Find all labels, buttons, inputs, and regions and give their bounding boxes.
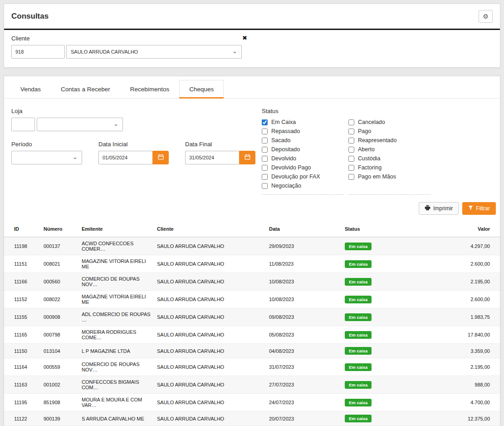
filters-section: Loja ⌄ Período ⌄ — [4, 99, 500, 195]
checkbox-pago-em-maos[interactable] — [348, 174, 354, 180]
status-checkbox-label: Negociação — [271, 183, 301, 189]
data-inicial-input[interactable] — [98, 151, 152, 164]
cell-emitente: MOREIRA RODRIGUES COME… — [80, 326, 155, 344]
cell-emitente: S ARRUDA CARVALHO ME — [80, 411, 155, 426]
status-checkbox-label: Aberto — [358, 146, 375, 153]
checkbox-negociacao[interactable] — [262, 183, 268, 189]
table-row[interactable]: 11163001002CONFECCOES BIGMAIS COM…SAULO … — [4, 376, 500, 394]
status-checkbox-devolucao-por-fax[interactable]: Devolução por FAX — [262, 172, 344, 181]
cell-status: Em caixa — [343, 255, 411, 273]
tab-recebimentos[interactable]: Recebimentos — [120, 80, 179, 99]
status-checkbox-pago[interactable]: Pago — [348, 127, 431, 136]
table-row[interactable]: 11150013104L P MAGAZINE LTDASAULO ARRUDA… — [4, 344, 500, 358]
cell-status: Em caixa — [343, 394, 411, 411]
checkbox-aberto[interactable] — [348, 147, 354, 153]
checkbox-devolucao-por-fax[interactable] — [262, 174, 268, 180]
tab-cheques[interactable]: Cheques — [179, 80, 224, 99]
client-select[interactable]: SAULO ARRUDA CARVALHO ⌄ — [66, 45, 242, 59]
cell-data: 05/08/2023 — [267, 326, 343, 344]
status-checkbox-custodia[interactable]: Custódia — [348, 154, 431, 163]
checkbox-reapresentado[interactable] — [348, 138, 354, 144]
table-row[interactable]: 11164000559COMERCIO DE ROUPAS NOV…SAULO … — [4, 358, 500, 376]
status-checkbox-label: Reapresentado — [358, 137, 396, 144]
client-code-input[interactable] — [11, 45, 65, 59]
filter-icon — [468, 205, 473, 212]
periodo-group: Período ⌄ — [11, 141, 82, 164]
cell-data: 04/08/2023 — [267, 344, 343, 358]
checkbox-em-caixa[interactable] — [262, 119, 268, 125]
loja-code-input[interactable] — [11, 118, 35, 131]
cell-data: 20/07/2023 — [267, 411, 343, 426]
status-col-2: CanceladoPagoReapresentadoAbertoCustódia… — [348, 118, 431, 195]
cell-emitente: MOURA E MOURA E COM VAR… — [80, 394, 155, 411]
consultas-panel: Consultas ⚙ Cliente ✖ SAULO ARRUDA CARVA… — [4, 4, 500, 68]
cell-numero: 000908 — [42, 308, 80, 326]
status-badge: Em caixa — [345, 331, 372, 339]
checkbox-factoring[interactable] — [348, 165, 354, 171]
cell-cliente: SAULO ARRUDA CARVALHO — [155, 237, 267, 255]
table-row[interactable]: 11195851908MOURA E MOURA E COM VAR…SAULO… — [4, 394, 500, 411]
cell-status: Em caixa — [343, 237, 411, 255]
table-row[interactable]: 11165000798MOREIRA RODRIGUES COME…SAULO … — [4, 326, 500, 344]
data-inicial-group: Data Inicial — [98, 141, 169, 164]
checkbox-custodia[interactable] — [348, 156, 354, 162]
checkbox-devolvido-pago[interactable] — [262, 165, 268, 171]
checkbox-pago[interactable] — [348, 129, 354, 134]
data-final-calendar-button[interactable] — [239, 151, 255, 164]
cell-numero: 000559 — [42, 358, 80, 376]
status-checkbox-em-caixa[interactable]: Em Caixa — [262, 118, 344, 127]
status-checkbox-devolvido[interactable]: Devolvido — [262, 154, 344, 163]
status-checkbox-negociacao[interactable]: Negociação — [262, 181, 344, 190]
status-checkbox-label: Sacado — [271, 137, 290, 144]
table-row[interactable]: 11155000908ADL COMERCIO DE ROUPAS …SAULO… — [4, 308, 500, 326]
table-row[interactable]: 11122900139S ARRUDA CARVALHO MESAULO ARR… — [4, 411, 500, 426]
data-final-input[interactable] — [185, 151, 239, 164]
cell-numero: 000137 — [42, 237, 80, 255]
status-checkbox-factoring[interactable]: Factoring — [348, 163, 431, 172]
checkbox-sacado[interactable] — [262, 138, 268, 144]
table-row[interactable]: 11151008021MAGAZINE VITORIA EIRELI MESAU… — [4, 255, 500, 273]
cell-id: 11155 — [4, 308, 42, 326]
status-badge: Em caixa — [345, 278, 372, 286]
cell-status: Em caixa — [343, 411, 411, 426]
loja-group: Loja ⌄ — [11, 108, 262, 131]
cell-status: Em caixa — [343, 358, 411, 376]
status-checkbox-pago-em-maos[interactable]: Pago em Mãos — [348, 172, 431, 181]
cell-cliente: SAULO ARRUDA CARVALHO — [155, 326, 267, 344]
periodo-select[interactable]: ⌄ — [11, 151, 82, 164]
settings-button[interactable]: ⚙ — [479, 10, 493, 23]
cell-cliente: SAULO ARRUDA CARVALHO — [155, 358, 267, 376]
status-badge: Em caixa — [345, 243, 372, 250]
cell-data: 10/08/2023 — [267, 273, 343, 291]
status-checkbox-aberto[interactable]: Aberto — [348, 145, 431, 154]
status-checkbox-cancelado[interactable]: Cancelado — [348, 118, 431, 127]
column-header-cliente: Cliente — [155, 222, 267, 237]
status-checkbox-reapresentado[interactable]: Reapresentado — [348, 136, 431, 145]
checkbox-repassado[interactable] — [262, 129, 268, 134]
cell-numero: 900139 — [42, 411, 80, 426]
results-tbody: 11198000137ACWD CONFECCOES COMER…SAULO A… — [4, 237, 500, 426]
table-row[interactable]: 11152008022MAGAZINE VITORIA EIRELI MESAU… — [4, 291, 500, 308]
checkbox-cancelado[interactable] — [348, 119, 354, 125]
cell-numero: 008022 — [42, 291, 80, 308]
checkbox-devolvido[interactable] — [262, 156, 268, 162]
tab-vendas[interactable]: Vendas — [10, 80, 51, 99]
clear-client-icon[interactable]: ✖ — [242, 35, 247, 41]
status-checkbox-sacado[interactable]: Sacado — [262, 136, 344, 145]
status-badge: Em caixa — [345, 399, 372, 406]
cell-data: 27/07/2023 — [267, 376, 343, 394]
data-inicial-calendar-button[interactable] — [152, 151, 169, 164]
status-checkbox-devolvido-pago[interactable]: Devolvido Pago — [262, 163, 344, 172]
loja-select[interactable]: ⌄ — [37, 118, 123, 131]
cell-valor: 4.700,00 — [411, 394, 500, 411]
table-row[interactable]: 11198000137ACWD CONFECCOES COMER…SAULO A… — [4, 237, 500, 255]
status-checkbox-depositado[interactable]: Depositado — [262, 145, 344, 154]
status-checkbox-repassado[interactable]: Repassado — [262, 127, 344, 136]
cell-valor: 3.359,00 — [411, 344, 500, 358]
tab-contas-a-receber[interactable]: Contas a Receber — [51, 80, 120, 99]
imprimir-button[interactable]: Imprimir — [419, 202, 459, 215]
table-row[interactable]: 11166000560COMERCIO DE ROUPAS NOV…SAULO … — [4, 273, 500, 291]
checkbox-depositado[interactable] — [262, 147, 268, 153]
cell-emitente: MAGAZINE VITORIA EIRELI ME — [80, 255, 155, 273]
filtrar-button[interactable]: Filtrar — [462, 202, 496, 215]
